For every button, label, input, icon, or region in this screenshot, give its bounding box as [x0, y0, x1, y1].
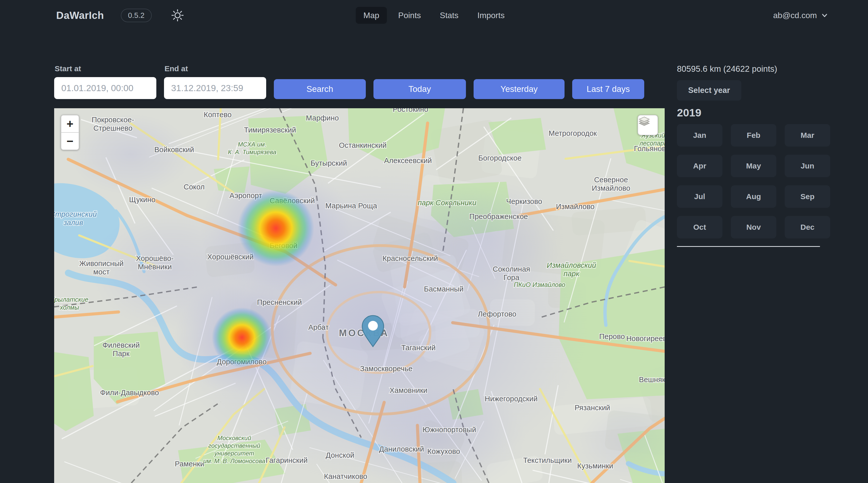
- svg-text:Новогиреево: Новогиреево: [626, 334, 665, 343]
- svg-text:Басманный: Басманный: [424, 285, 464, 293]
- today-button[interactable]: Today: [373, 79, 466, 99]
- map-container[interactable]: КоптевоРостокиноТимирязевскийМарфиноОста…: [54, 108, 665, 483]
- month-grid: JanFebMarAprMayJunJulAugSepOctNovDec: [677, 124, 830, 238]
- svg-text:Пресненский: Пресненский: [257, 298, 302, 307]
- svg-text:парк Сокольники: парк Сокольники: [417, 199, 476, 207]
- svg-text:Марфино: Марфино: [306, 114, 339, 122]
- svg-text:Хорошёвский: Хорошёвский: [207, 253, 253, 261]
- start-at-field: Start at: [54, 64, 156, 99]
- svg-text:Канатчиково: Канатчиково: [324, 472, 367, 480]
- svg-text:Сокол: Сокол: [184, 183, 205, 191]
- navbar: DaWarIch 0.5.2 MapPointsStatsImports ab@…: [0, 0, 868, 31]
- layers-control[interactable]: [638, 115, 658, 135]
- month-button-jan[interactable]: Jan: [677, 124, 722, 147]
- end-at-label: End at: [164, 64, 266, 73]
- svg-text:Кожухово: Кожухово: [427, 447, 460, 455]
- chevron-down-icon: [821, 12, 828, 19]
- tab-points[interactable]: Points: [391, 7, 429, 24]
- svg-text:Черкизово: Черкизово: [506, 197, 542, 205]
- svg-text:Нижегородский: Нижегородский: [485, 395, 538, 403]
- app-logo: DaWarIch: [56, 10, 104, 21]
- svg-text:Хорошёво-Мнёвники: Хорошёво-Мнёвники: [136, 254, 174, 271]
- svg-text:Рязанский: Рязанский: [575, 404, 610, 412]
- end-at-field: End at: [164, 64, 266, 99]
- distance-summary: 80595.6 km (24622 points): [677, 64, 830, 73]
- zoom-out-button[interactable]: −: [61, 133, 79, 150]
- tab-stats[interactable]: Stats: [432, 7, 466, 24]
- svg-text:Алексеевский: Алексеевский: [384, 157, 432, 165]
- tab-map[interactable]: Map: [356, 7, 387, 24]
- svg-text:Бутырский: Бутырский: [311, 159, 347, 167]
- svg-text:Южнопортовый: Южнопортовый: [423, 425, 476, 434]
- start-at-label: Start at: [55, 64, 156, 73]
- month-button-jun[interactable]: Jun: [785, 155, 830, 177]
- svg-text:Войковский: Войковский: [154, 146, 194, 154]
- month-button-nov[interactable]: Nov: [731, 216, 776, 238]
- svg-text:Фили-Давыдково: Фили-Давыдково: [100, 389, 159, 397]
- version-badge: 0.5.2: [121, 9, 152, 22]
- month-button-feb[interactable]: Feb: [731, 124, 776, 147]
- svg-text:Ростокино: Ростокино: [393, 108, 428, 114]
- svg-text:Лефортово: Лефортово: [478, 310, 517, 318]
- month-button-aug[interactable]: Aug: [731, 185, 776, 208]
- svg-text:Хамовники: Хамовники: [390, 386, 427, 394]
- user-email: ab@cd.com: [773, 11, 817, 20]
- svg-text:Арбат: Арбат: [308, 323, 329, 331]
- svg-text:Богородское: Богородское: [478, 154, 522, 162]
- date-filter-bar: Start at End at SearchTodayYesterdayLast…: [54, 64, 644, 99]
- svg-text:Замоскворечье: Замоскворечье: [360, 364, 412, 373]
- month-button-mar[interactable]: Mar: [785, 124, 830, 147]
- layers-icon: [638, 116, 650, 128]
- user-menu[interactable]: ab@cd.com: [773, 11, 828, 20]
- month-button-oct[interactable]: Oct: [677, 216, 722, 238]
- zoom-in-button[interactable]: +: [61, 116, 79, 133]
- svg-text:ПКиО Измайлово: ПКиО Измайлово: [514, 281, 565, 288]
- svg-text:Раменки: Раменки: [175, 460, 204, 468]
- svg-text:Останкинский: Останкинский: [339, 141, 387, 149]
- svg-text:Перово: Перово: [599, 332, 625, 341]
- month-button-dec[interactable]: Dec: [785, 216, 830, 238]
- svg-text:Марьина Роща: Марьина Роща: [326, 202, 377, 210]
- svg-text:Вешняки: Вешняки: [639, 376, 665, 384]
- svg-text:Гагаринский: Гагаринский: [266, 456, 308, 464]
- search-button[interactable]: Search: [274, 79, 366, 99]
- tab-imports[interactable]: Imports: [470, 7, 513, 24]
- month-button-may[interactable]: May: [731, 155, 776, 177]
- last-7-days-button[interactable]: Last 7 days: [572, 79, 644, 99]
- sun-icon: [170, 8, 184, 22]
- select-year-button[interactable]: Select year: [677, 80, 741, 101]
- svg-text:Покровское-Стрешнево: Покровское-Стрешнево: [92, 116, 134, 132]
- month-button-sep[interactable]: Sep: [785, 185, 830, 208]
- svg-text:Даниловский: Даниловский: [379, 445, 424, 453]
- yesterday-button[interactable]: Yesterday: [474, 79, 564, 99]
- month-button-apr[interactable]: Apr: [677, 155, 722, 177]
- start-at-input[interactable]: [54, 77, 156, 99]
- sidebar-divider: [677, 246, 820, 247]
- svg-text:Тимирязевский: Тимирязевский: [244, 126, 296, 134]
- svg-text:Метрогородок: Метрогородок: [549, 129, 597, 137]
- svg-text:СеверноеИзмайлово: СеверноеИзмайлово: [592, 175, 630, 192]
- svg-text:Красносельский: Красносельский: [382, 254, 438, 262]
- svg-text:Кузьминки: Кузьминки: [577, 462, 613, 470]
- map-zoom-control: + −: [61, 115, 79, 150]
- theme-toggle-button[interactable]: [170, 8, 185, 23]
- svg-text:Щукино: Щукино: [129, 196, 155, 204]
- svg-text:Коптево: Коптево: [204, 110, 231, 119]
- svg-text:Преображенское: Преображенское: [469, 213, 528, 221]
- svg-text:Таганский: Таганский: [401, 344, 436, 352]
- map-canvas[interactable]: КоптевоРостокиноТимирязевскийМарфиноОста…: [54, 108, 665, 483]
- year-heading: 2019: [677, 107, 830, 119]
- svg-text:Текстильщики: Текстильщики: [523, 456, 572, 464]
- nav-tabs: MapPointsStatsImports: [356, 7, 513, 24]
- svg-text:Измайлово: Измайлово: [556, 202, 595, 211]
- svg-text:Донской: Донской: [326, 451, 354, 459]
- end-at-input[interactable]: [164, 77, 266, 99]
- sidebar: 80595.6 km (24622 points) Select year 20…: [677, 64, 830, 247]
- month-button-jul[interactable]: Jul: [677, 185, 722, 208]
